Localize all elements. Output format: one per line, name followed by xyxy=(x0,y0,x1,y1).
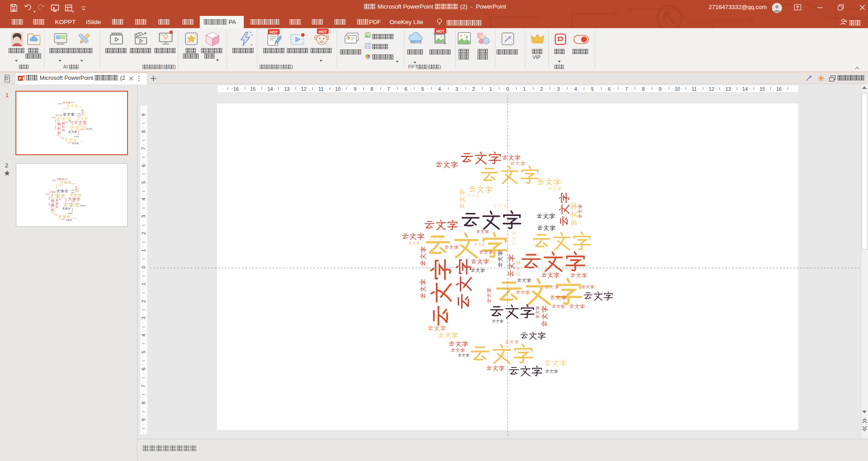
svg-text:HOT: HOT xyxy=(436,29,445,34)
svg-text:HOT: HOT xyxy=(270,30,278,34)
svg-text:P: P xyxy=(19,76,22,81)
svg-text:word: word xyxy=(409,39,421,44)
svg-text:HOT: HOT xyxy=(319,29,327,34)
